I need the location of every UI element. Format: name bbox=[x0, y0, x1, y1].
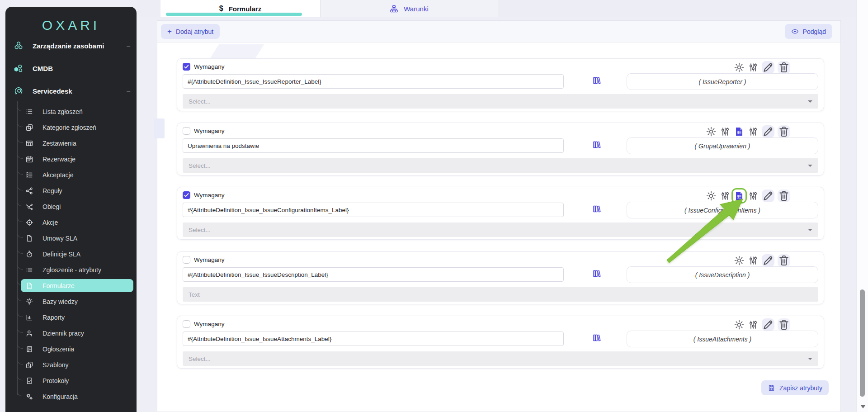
sliders-icon[interactable] bbox=[720, 190, 731, 201]
file-icon[interactable] bbox=[734, 190, 745, 201]
sidebar-item-cmdb[interactable]: CMDB– bbox=[5, 57, 137, 80]
save-attributes-button[interactable]: Zapisz atrybuty bbox=[761, 380, 829, 395]
pencil-icon[interactable] bbox=[762, 318, 774, 331]
translations-icon[interactable] bbox=[592, 204, 602, 214]
gear-icon[interactable] bbox=[734, 255, 745, 266]
sidebar-item-bazy-wiedzy[interactable]: Bazy wiedzy bbox=[5, 294, 137, 309]
attribute-mapping-field: ( IssueConfigurationItems ) bbox=[627, 202, 818, 218]
app-logo: OXARI bbox=[5, 18, 137, 33]
gear-icon[interactable] bbox=[734, 62, 745, 73]
sidebar-item-umowy-sla[interactable]: Umowy SLA bbox=[5, 230, 137, 246]
attribute-label-input[interactable] bbox=[183, 331, 564, 346]
file-icon[interactable] bbox=[734, 126, 745, 137]
preview-button[interactable]: Podgląd bbox=[785, 24, 832, 39]
sliders-icon[interactable] bbox=[748, 126, 759, 137]
save-attributes-label: Zapisz atrybuty bbox=[779, 384, 822, 392]
sidebar-item-zgłoszenie-atrybuty[interactable]: Zgłoszenie - atrybuty bbox=[5, 262, 137, 278]
content-panel: + Dodaj atrybut Podgląd Wymagany( IssueR… bbox=[157, 20, 841, 412]
value-placeholder: Select... bbox=[189, 227, 211, 233]
sidebar-item-zarządzanie-zasobami[interactable]: Zarządzanie zasobami– bbox=[5, 34, 137, 57]
card-actions bbox=[706, 189, 790, 202]
trash-icon[interactable] bbox=[778, 61, 790, 74]
translations-icon[interactable] bbox=[592, 140, 602, 150]
sliders-icon[interactable] bbox=[748, 319, 759, 330]
trash-icon[interactable] bbox=[778, 125, 790, 138]
required-checkbox[interactable] bbox=[183, 320, 190, 328]
share-icon bbox=[25, 187, 33, 195]
sidebar-item-obiegi[interactable]: Obiegi bbox=[5, 199, 137, 214]
gear-icon[interactable] bbox=[734, 319, 745, 330]
gear-icon[interactable] bbox=[706, 126, 717, 137]
value-select[interactable]: Select... bbox=[183, 223, 818, 237]
sidebar-item-dziennik-pracy[interactable]: Dziennik pracy bbox=[5, 325, 137, 341]
active-item-highlight bbox=[21, 279, 133, 292]
pencil-icon[interactable] bbox=[762, 61, 774, 74]
app-root: OXARI Zarządzanie zasobami–CMDB–Serviced… bbox=[0, 0, 868, 412]
scroll-icon bbox=[25, 345, 33, 353]
sidebar-item-rezerwacje[interactable]: Rezerwacje bbox=[5, 151, 137, 167]
translations-icon[interactable] bbox=[592, 76, 602, 85]
sliders-icon[interactable] bbox=[748, 190, 759, 201]
sliders-icon[interactable] bbox=[720, 126, 731, 137]
required-checkbox[interactable] bbox=[183, 63, 190, 71]
required-label: Wymagany bbox=[194, 256, 224, 263]
sliders-icon[interactable] bbox=[748, 255, 759, 266]
value-select[interactable]: Select... bbox=[183, 351, 818, 366]
value-placeholder: Select... bbox=[189, 162, 211, 169]
add-attribute-button[interactable]: + Dodaj atrybut bbox=[161, 24, 220, 39]
attribute-mapping-field: ( GrupaUprawnien ) bbox=[627, 137, 818, 154]
sidebar-item-kategorie-zgłoszeń[interactable]: Kategorie zgłoszeń bbox=[5, 119, 137, 135]
tab-formularz[interactable]: $Formularz bbox=[160, 0, 320, 17]
sitemap-icon bbox=[390, 5, 398, 13]
pencil-icon[interactable] bbox=[762, 189, 774, 202]
cmdb-icon bbox=[14, 63, 24, 73]
sliders-icon[interactable] bbox=[748, 62, 759, 73]
attribute-label-input[interactable] bbox=[183, 74, 564, 89]
required-checkbox[interactable] bbox=[183, 127, 190, 135]
decorative-tag bbox=[154, 118, 165, 138]
pencil-icon[interactable] bbox=[762, 254, 774, 267]
attribute-label-input[interactable] bbox=[183, 267, 564, 282]
trash-icon[interactable] bbox=[778, 189, 790, 202]
sidebar-item-label: Definicje SLA bbox=[42, 251, 80, 258]
value-text-field[interactable]: Text bbox=[183, 287, 818, 302]
chevron-down-icon bbox=[808, 229, 812, 231]
translations-icon[interactable] bbox=[592, 333, 602, 343]
trash-icon[interactable] bbox=[778, 318, 790, 331]
sidebar-item-akcje[interactable]: Akcje bbox=[5, 214, 137, 230]
sidebar-item-szablony[interactable]: Szablony bbox=[5, 357, 137, 373]
value-select[interactable]: Select... bbox=[183, 94, 818, 109]
attribute-label-input[interactable] bbox=[183, 203, 564, 217]
sidebar-item-label: Konfiguracja bbox=[42, 393, 78, 400]
sidebar-item-servicedesk[interactable]: Servicedesk– bbox=[5, 80, 137, 102]
sidebar-item-zestawienia[interactable]: Zestawienia bbox=[5, 135, 137, 151]
trash-icon[interactable] bbox=[778, 254, 790, 267]
value-placeholder: Select... bbox=[189, 98, 211, 105]
sidebar-item-protokoły[interactable]: Protokoły bbox=[5, 373, 137, 388]
sidebar-item-definicje-sla[interactable]: Definicje SLA bbox=[5, 246, 137, 262]
value-select[interactable]: Select... bbox=[183, 158, 818, 173]
tab-warunki[interactable]: Warunki bbox=[320, 0, 498, 17]
attribute-label-input[interactable] bbox=[183, 138, 564, 153]
sidebar-item-konfiguracja[interactable]: Konfiguracja bbox=[5, 388, 137, 404]
table-icon bbox=[25, 139, 33, 147]
sidebar-item-reguły[interactable]: Reguły bbox=[5, 183, 137, 199]
required-label: Wymagany bbox=[194, 192, 224, 199]
scrollbar-thumb[interactable] bbox=[860, 289, 865, 397]
sidebar-item-ogłoszenia[interactable]: Ogłoszenia bbox=[5, 341, 137, 357]
required-checkbox[interactable] bbox=[183, 256, 190, 264]
sidebar-item-lista-zgłoszeń[interactable]: Lista zgłoszeń bbox=[5, 104, 137, 119]
bulb-icon bbox=[25, 298, 33, 306]
gear-icon[interactable] bbox=[706, 190, 717, 201]
sidebar-item-raporty[interactable]: Raporty bbox=[5, 309, 137, 325]
pencil-icon[interactable] bbox=[762, 125, 774, 138]
attribute-card: Wymagany( IssueConfigurationItems )Selec… bbox=[177, 187, 824, 240]
tree-branch bbox=[17, 388, 23, 396]
scrollbar-down-arrow[interactable] bbox=[860, 405, 866, 408]
sidebar-item-akceptacje[interactable]: Akceptacje bbox=[5, 167, 137, 183]
translations-icon[interactable] bbox=[592, 269, 602, 279]
sidebar-item-formularze[interactable]: Formularze bbox=[5, 278, 137, 294]
required-checkbox[interactable] bbox=[183, 191, 190, 199]
scrollbar-track[interactable] bbox=[856, 0, 868, 412]
sidebar-item-label: Szablony bbox=[42, 361, 69, 369]
